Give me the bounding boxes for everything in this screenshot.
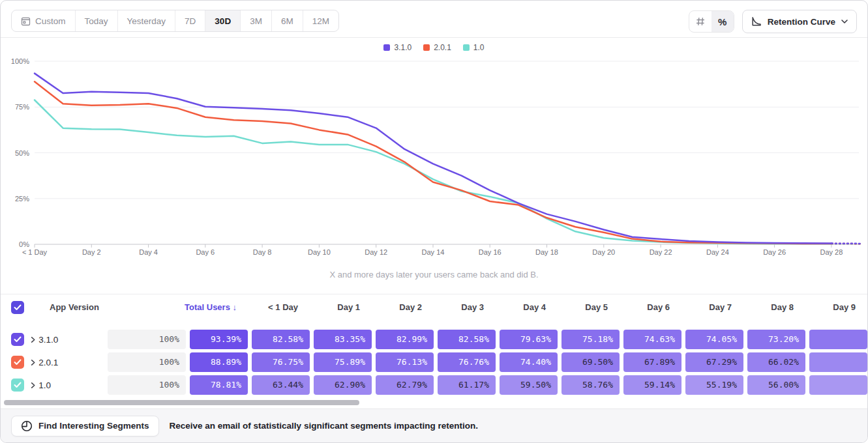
retention-cell[interactable]: 82.99% — [376, 330, 434, 349]
retention-cell[interactable]: 88.89% — [190, 352, 248, 372]
retention-cell[interactable]: 93.39% — [190, 330, 248, 349]
column-header-day-3[interactable]: Day 3 — [432, 302, 490, 312]
column-header-day-1[interactable]: Day 1 — [308, 302, 366, 312]
retention-cell[interactable]: 75.89% — [314, 352, 372, 372]
date-range-6m[interactable]: 6M — [271, 10, 303, 31]
table-row-2.0.1: 2.0.1100%88.89%76.75%75.89%76.13%76.76%7… — [1, 352, 867, 372]
total-users-cell: 100% — [108, 352, 186, 372]
retention-cell[interactable]: 76.75% — [252, 352, 310, 372]
date-range-yesterday[interactable]: Yesterday — [117, 10, 175, 31]
app-version-label: 2.0.1 — [38, 358, 102, 367]
row-checkbox[interactable] — [11, 379, 24, 392]
retention-cell[interactable]: 74.63% — [623, 330, 681, 349]
retention-cell-partial — [809, 375, 867, 395]
retention-report-card: CustomTodayYesterday7D30D3M6M12M % Reten… — [0, 0, 868, 443]
column-header-day-2[interactable]: Day 2 — [370, 302, 428, 312]
chart-section: 3.1.02.0.11.0 100%75%50%25%0%< 1 DayDay … — [1, 37, 867, 294]
svg-text:Day 2: Day 2 — [82, 248, 101, 256]
retention-table: App Version Total Users ↓ < 1 DayDay 1Da… — [1, 294, 867, 405]
scrollbar-thumb[interactable] — [4, 400, 359, 405]
retention-cell[interactable]: 61.17% — [438, 375, 496, 395]
legend-swatch — [423, 44, 430, 51]
table-row-1.0: 1.0100%78.81%63.44%62.90%62.79%61.17%59.… — [1, 375, 867, 395]
retention-cell-partial — [809, 352, 867, 372]
retention-cell[interactable]: 76.13% — [376, 352, 434, 372]
chevron-right-icon[interactable] — [29, 336, 37, 343]
retention-cell[interactable]: 66.02% — [747, 352, 805, 372]
date-range-custom[interactable]: Custom — [12, 10, 75, 31]
retention-cell-partial — [809, 330, 867, 349]
chevron-down-icon — [841, 20, 848, 23]
svg-text:Day 10: Day 10 — [308, 248, 331, 256]
date-range-30d[interactable]: 30D — [205, 10, 240, 31]
legend-item-1.0[interactable]: 1.0 — [463, 43, 485, 52]
legend-swatch — [383, 44, 390, 51]
legend-swatch — [463, 44, 470, 51]
retention-cell[interactable]: 62.79% — [376, 375, 434, 395]
row-checkbox[interactable] — [11, 356, 24, 369]
svg-text:Day 20: Day 20 — [592, 248, 615, 256]
retention-cell[interactable]: 73.20% — [747, 330, 805, 349]
segments-compass-icon — [21, 420, 33, 432]
chart-subtitle: X and more days later your users came ba… — [1, 270, 867, 279]
horizontal-scrollbar — [1, 400, 867, 405]
row-checkbox[interactable] — [11, 333, 24, 346]
table-body: 3.1.0100%93.39%82.58%83.35%82.99%82.58%7… — [1, 330, 867, 395]
retention-cell[interactable]: 63.44% — [252, 375, 310, 395]
date-range-3m[interactable]: 3M — [240, 10, 271, 31]
column-header-day-6[interactable]: Day 6 — [618, 302, 676, 312]
retention-cell[interactable]: 76.76% — [438, 352, 496, 372]
column-header-day-7[interactable]: Day 7 — [680, 302, 738, 312]
chart-legend: 3.1.02.0.11.0 — [1, 43, 867, 52]
chart-type-dropdown[interactable]: Retention Curve — [742, 10, 857, 33]
legend-label: 1.0 — [473, 43, 485, 52]
retention-cell[interactable]: 56.00% — [747, 375, 805, 395]
svg-text:Day 22: Day 22 — [650, 248, 672, 256]
legend-item-3.1.0[interactable]: 3.1.0 — [383, 43, 412, 52]
svg-text:Day 4: Day 4 — [139, 248, 158, 256]
retention-cell[interactable]: 59.14% — [623, 375, 681, 395]
calendar-icon — [21, 16, 31, 26]
retention-chart[interactable]: 100%75%50%25%0%< 1 DayDay 2Day 4Day 6Day… — [1, 38, 868, 264]
date-range-12m[interactable]: 12M — [303, 10, 338, 31]
retention-cell[interactable]: 74.40% — [500, 352, 558, 372]
retention-cell[interactable]: 69.50% — [561, 352, 620, 372]
retention-cell[interactable]: 82.58% — [438, 330, 496, 349]
app-version-label: 1.0 — [38, 380, 102, 390]
format-number-toggle[interactable] — [689, 11, 711, 32]
retention-cell[interactable]: 62.90% — [314, 375, 372, 395]
chart-type-label: Retention Curve — [768, 17, 835, 27]
column-header--1-day[interactable]: < 1 Day — [246, 302, 304, 312]
column-header-day-9[interactable]: Day 9 — [803, 302, 861, 312]
check-icon — [14, 359, 22, 365]
chevron-right-icon[interactable] — [29, 382, 37, 389]
value-format-toggle: % — [689, 10, 734, 33]
chevron-right-icon[interactable] — [29, 359, 37, 366]
retention-cell[interactable]: 55.19% — [685, 375, 743, 395]
retention-cell[interactable]: 79.63% — [500, 330, 558, 349]
retention-cell[interactable]: 82.58% — [252, 330, 310, 349]
format-percent-toggle[interactable]: % — [711, 11, 734, 32]
retention-cell[interactable]: 59.50% — [500, 375, 558, 395]
retention-cell[interactable]: 67.29% — [685, 352, 743, 372]
retention-cell[interactable]: 78.81% — [190, 375, 248, 395]
table-day-headers: < 1 DayDay 1Day 2Day 3Day 4Day 5Day 6Day… — [242, 302, 861, 312]
toolbar: CustomTodayYesterday7D30D3M6M12M % Reten… — [1, 1, 867, 37]
retention-cell[interactable]: 58.76% — [561, 375, 620, 395]
retention-cell[interactable]: 83.35% — [314, 330, 372, 349]
percent-icon: % — [718, 16, 726, 27]
footer-bar: Find Interesting Segments Receive an ema… — [1, 408, 867, 442]
select-all-checkbox[interactable] — [11, 301, 24, 314]
column-header-total-users[interactable]: Total Users ↓ — [158, 302, 242, 312]
column-header-day-4[interactable]: Day 4 — [494, 302, 552, 312]
date-range-7d[interactable]: 7D — [175, 10, 205, 31]
retention-cell[interactable]: 75.18% — [561, 330, 620, 349]
retention-cell[interactable]: 67.89% — [623, 352, 681, 372]
retention-cell[interactable]: 74.05% — [685, 330, 743, 349]
legend-item-2.0.1[interactable]: 2.0.1 — [423, 43, 451, 52]
number-sign-icon — [695, 16, 706, 27]
column-header-day-8[interactable]: Day 8 — [741, 302, 800, 312]
date-range-today[interactable]: Today — [75, 10, 117, 31]
find-segments-button[interactable]: Find Interesting Segments — [11, 416, 159, 436]
column-header-day-5[interactable]: Day 5 — [556, 302, 614, 312]
